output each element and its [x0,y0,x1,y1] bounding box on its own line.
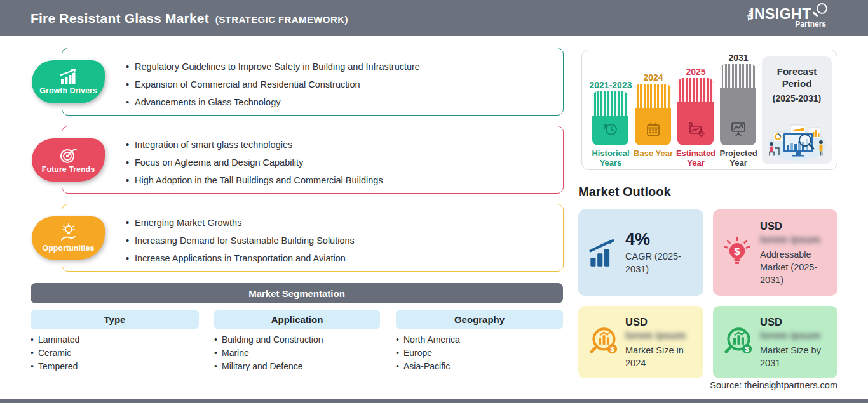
timeline-card: 2021-2023 2024 2025 2031 [581,50,837,170]
card-label: Addressable Market (2025-2031) [760,248,834,286]
footer-bar [0,399,868,403]
market-outlook-title: Market Outlook [578,185,671,199]
segment-list-geography: North America Europe Asia-Pacific [396,333,460,373]
magnifier-chart-icon-orange: $ [588,326,621,359]
forecast-period-panel: Forecast Period (2025-2031) [762,56,832,164]
segment-column-header-application: Application [214,310,380,329]
forecast-title: Forecast Period [762,65,832,89]
market-size-2031-card: $ USD lorem ipsum Market Size by 2031 [713,306,837,378]
cagr-card: 4% CAGR (2025-2031) [578,209,703,296]
cagr-label: CAGR (2025-2031) [625,250,699,275]
currency-label: USD [760,219,834,233]
bullet-item: Advancements in Glass Technology [126,93,554,111]
timeline-year-label: 2025 [670,67,721,77]
growth-drivers-badge: Growth Drivers [32,60,105,103]
market-segmentation-header: Market Segmentation [31,283,563,303]
card-label: Market Size in 2024 [625,344,699,369]
bar-stripes [677,78,714,102]
card-label: Market Size by 2031 [760,344,834,369]
bullet-item: Regulatory Guidelines to Improve Safety … [126,58,554,76]
bar-stripes [592,91,628,116]
presentation-icon [729,120,747,138]
column-header-label: Application [271,314,323,325]
opportunities-badge: Opportunities [32,216,105,260]
bullet-item: Emerging Market Growths [126,214,554,232]
blurred-value: lorem ipsum [625,329,699,343]
addressable-market-card: $ USD lorem ipsum Addressable Market (20… [713,209,837,296]
list-item: Marine [214,347,323,360]
cagr-growth-icon [588,238,620,267]
market-size-2031-text: USD lorem ipsum Market Size by 2031 [760,315,834,369]
column-header-label: Geography [454,314,505,325]
timeline-bar-base [635,84,671,145]
bullet-item: Integration of smart glass technologies [126,136,554,154]
svg-text:$: $ [745,345,749,353]
list-item: Tempered [31,360,79,373]
source-attribution: Source: theinsightpartners.com [710,380,837,390]
currency-label: USD [760,315,834,329]
bullet-item: High Adoption in the Tall Buildings and … [126,171,554,189]
bullet-item: Focus on Agleema and Design Capability [126,154,554,171]
bar-stripes [720,64,756,88]
segment-column-header-type: Type [31,310,199,329]
infographic-page: Fire Resistant Glass Market (STRATEGIC F… [0,0,868,403]
calendar-icon [645,121,661,138]
svg-text:$: $ [610,345,614,353]
growth-chart-icon [57,69,80,85]
list-item: Laminated [31,333,79,347]
column-header-label: Type [104,314,126,325]
timeline-bar-historical [592,91,628,145]
future-trends-badge: Future Trends [32,138,105,182]
bulb-dollar-icon: $ [723,236,751,269]
growth-drivers-list: Regulatory Guidelines to Improve Safety … [126,58,554,111]
timeline-caption: Historical Years [588,149,634,168]
segmentation-title: Market Segmentation [248,288,345,299]
growth-drivers-box: Regulatory Guidelines to Improve Safety … [62,48,564,116]
header-title-wrap: Fire Resistant Glass Market (STRATEGIC F… [31,11,348,26]
page-subtitle: (STRATEGIC FRAMEWORK) [215,14,348,25]
timeline-bar-estimated [677,78,714,145]
forecast-range: (2025-2031) [773,93,821,103]
bar-stripes [635,84,671,108]
blurred-value: lorem ipsum [760,233,834,247]
segment-list-type: Laminated Ceramic Tempered [31,333,79,373]
cagr-card-text: 4% CAGR (2025-2031) [625,230,699,275]
magnifier-lens-icon [817,3,827,14]
badge-label: Growth Drivers [39,86,97,95]
opportunities-box: Emerging Market Growths Increasing Deman… [62,204,564,272]
timeline-year-label: 2031 [713,53,764,63]
timeline-caption: Estimated Year [673,149,719,168]
currency-label: USD [625,315,699,329]
bullet-item: Increase Applications in Transportation … [126,249,554,267]
blurred-value: lorem ipsum [760,329,834,343]
bullet-item: Increasing Demand for Sustainable Buildi… [126,232,554,249]
opportunities-list: Emerging Market Growths Increasing Deman… [126,214,554,267]
segment-list-application: Building and Construction Marine Militar… [214,333,323,373]
market-size-2024-card: $ USD lorem ipsum Market Size in 2024 [578,306,703,378]
list-item: North America [396,333,460,347]
header-bar: Fire Resistant Glass Market (STRATEGIC F… [0,0,868,36]
list-item: Europe [396,347,460,360]
badge-label: Opportunities [43,244,95,253]
page-title: Fire Resistant Glass Market [31,11,209,26]
list-item: Building and Construction [214,333,323,347]
badge-label: Future Trends [42,165,95,174]
logo-partners-text: Partners [795,20,826,29]
list-item: Ceramic [31,347,79,360]
clock-history-icon [602,121,619,138]
svg-text:$: $ [734,246,740,258]
magnifier-handle-icon [813,11,818,17]
target-icon [58,146,79,164]
cagr-value: 4% [625,230,699,249]
magnifier-chart-icon-green: $ [723,326,756,359]
forecast-illustration [765,121,829,162]
timeline-caption: Projected Year [715,149,761,168]
bulb-hand-icon [58,223,79,242]
addressable-card-text: USD lorem ipsum Addressable Market (2025… [760,219,834,286]
gear-chart-icon [687,121,705,138]
timeline-bar-projected [720,64,756,145]
future-trends-list: Integration of smart glass technologies … [126,136,554,189]
bullet-item: Expansion of Commercial and Residential … [126,76,554,93]
market-size-2024-text: USD lorem ipsum Market Size in 2024 [625,315,699,369]
timeline-caption: Base Year [630,149,676,158]
